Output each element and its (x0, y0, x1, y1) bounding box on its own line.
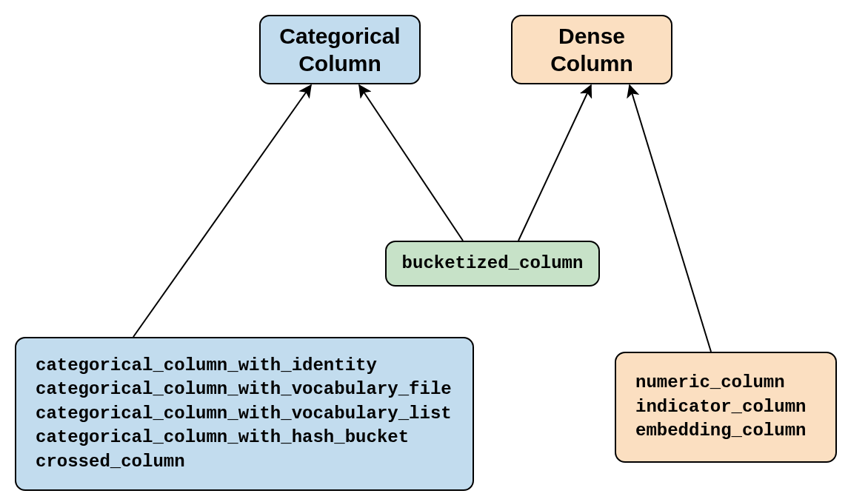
cat-list-item-3: categorical_column_with_hash_bucket (36, 426, 409, 449)
cat-list-item-4: crossed_column (36, 450, 185, 474)
cat-list-item-2: categorical_column_with_vocabulary_list (36, 402, 452, 426)
node-bucketized-label: bucketized_column (402, 252, 584, 275)
cat-list-item-1: categorical_column_with_vocabulary_file (36, 378, 452, 401)
dense-list-item-0: numeric_column (635, 371, 785, 395)
diagram-canvas: Categorical Column Dense Column bucketiz… (0, 0, 868, 502)
node-dense-line2: Column (550, 50, 633, 78)
edge-catlist-to-categorical (133, 85, 311, 337)
node-dense-list: numeric_column indicator_column embeddin… (615, 352, 837, 463)
node-categorical-line2: Column (298, 50, 381, 78)
edge-bucketized-to-categorical (359, 85, 463, 241)
edge-denselist-to-dense (630, 85, 711, 352)
dense-list-item-2: embedding_column (635, 419, 806, 443)
node-dense-line1: Dense (558, 22, 625, 50)
dense-list-item-1: indicator_column (635, 395, 806, 419)
node-dense-column: Dense Column (511, 15, 672, 84)
node-categorical-column: Categorical Column (259, 15, 421, 84)
node-categorical-list: categorical_column_with_identity categor… (15, 337, 474, 491)
node-categorical-line1: Categorical (279, 22, 400, 50)
cat-list-item-0: categorical_column_with_identity (36, 354, 377, 378)
node-bucketized-column: bucketized_column (385, 241, 600, 287)
edge-bucketized-to-dense (518, 85, 591, 241)
